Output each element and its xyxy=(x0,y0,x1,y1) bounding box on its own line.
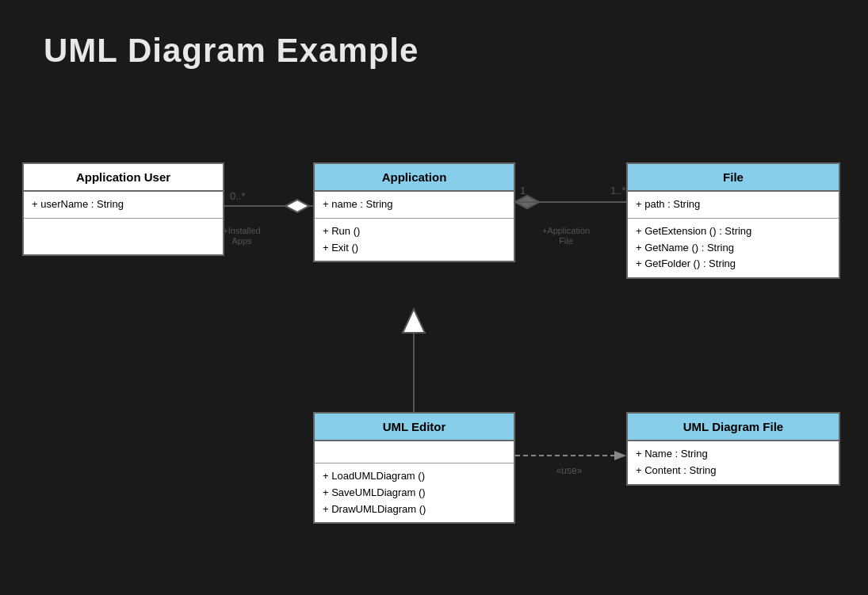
svg-marker-13 xyxy=(614,451,626,460)
class-methods-file: + GetExtension () : String+ GetName () :… xyxy=(628,219,839,277)
svg-text:Apps: Apps xyxy=(231,236,252,246)
svg-text:1..*: 1..* xyxy=(610,185,626,196)
svg-marker-5 xyxy=(515,196,539,208)
svg-text:0..*: 0..* xyxy=(230,190,246,202)
class-uml-diagram-file: UML Diagram File + Name : String+ Conten… xyxy=(626,412,840,486)
class-header-application: Application xyxy=(315,164,514,192)
svg-text:+Application: +Application xyxy=(542,226,590,235)
svg-text:«use»: «use» xyxy=(556,465,583,476)
class-application: Application + name : String + Run ()+ Ex… xyxy=(313,162,515,262)
canvas: UML Diagram Example Application User + u… xyxy=(0,0,868,595)
class-attributes-application-user: + userName : String xyxy=(24,192,223,219)
class-file: File + path : String + GetExtension () :… xyxy=(626,162,840,279)
svg-marker-1 xyxy=(285,200,309,212)
class-header-file: File xyxy=(628,164,839,192)
class-uml-editor: UML Editor + LoadUMLDiagram ()+ SaveUMLD… xyxy=(313,412,515,524)
svg-marker-10 xyxy=(403,309,425,333)
class-methods-uml-editor: + LoadUMLDiagram ()+ SaveUMLDiagram ()+ … xyxy=(315,463,514,522)
class-application-user: Application User + userName : String xyxy=(22,162,224,256)
page-title: UML Diagram Example xyxy=(44,32,419,70)
class-attributes-uml-diagram-file: + Name : String+ Content : String xyxy=(628,441,839,484)
class-header-uml-diagram-file: UML Diagram File xyxy=(628,414,839,441)
svg-text:File: File xyxy=(559,236,573,246)
class-methods-application: + Run ()+ Exit () xyxy=(315,219,514,261)
class-attributes-application: + name : String xyxy=(315,192,514,219)
class-header-application-user: Application User xyxy=(24,164,223,192)
svg-text:+Installed: +Installed xyxy=(223,226,260,235)
class-attributes-file: + path : String xyxy=(628,192,839,219)
class-header-uml-editor: UML Editor xyxy=(315,414,514,441)
svg-text:1: 1 xyxy=(520,185,526,196)
class-methods-application-user xyxy=(24,219,223,254)
class-attributes-uml-editor xyxy=(315,441,514,463)
